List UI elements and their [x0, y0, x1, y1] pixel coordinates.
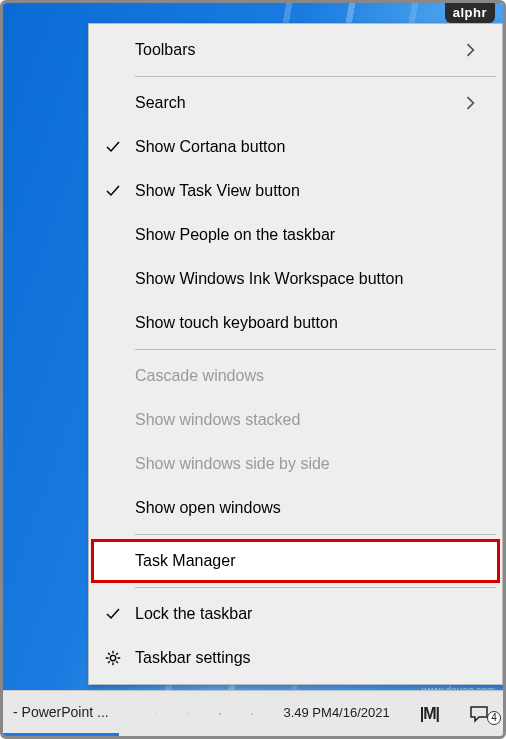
menu-show-stacked: Show windows stacked — [91, 398, 500, 442]
menu-label: Show People on the taskbar — [135, 226, 466, 244]
menu-side-by-side: Show windows side by side — [91, 442, 500, 486]
menu-toolbars[interactable]: Toolbars — [91, 28, 500, 72]
onedrive-icon[interactable] — [179, 707, 197, 721]
menu-task-manager[interactable]: Task Manager — [91, 539, 500, 583]
menu-label: Cascade windows — [135, 367, 466, 385]
tray-overflow-button[interactable] — [147, 709, 165, 719]
volume-icon[interactable] — [243, 706, 261, 722]
taskbar[interactable]: - PowerPoint ... 3.49 PM 4/16/2021 |M| — [3, 690, 503, 736]
taskbar-app-label: - PowerPoint ... — [13, 704, 109, 720]
menu-label: Show windows stacked — [135, 411, 466, 429]
watermark-alphr: alphr — [445, 3, 495, 23]
menu-label: Show Task View button — [135, 182, 466, 200]
check-icon — [91, 183, 135, 199]
gear-icon — [91, 649, 135, 667]
menu-taskbar-settings[interactable]: Taskbar settings — [91, 636, 500, 680]
notification-icon — [469, 705, 489, 723]
menu-separator — [135, 76, 496, 77]
menu-label: Show Cortana button — [135, 138, 466, 156]
menu-show-open-windows[interactable]: Show open windows — [91, 486, 500, 530]
menu-label: Lock the taskbar — [135, 605, 466, 623]
menu-lock-taskbar[interactable]: Lock the taskbar — [91, 592, 500, 636]
menu-label: Task Manager — [135, 552, 466, 570]
menu-separator — [135, 349, 496, 350]
taskbar-logo-icon[interactable]: |M| — [412, 705, 447, 723]
menu-separator — [135, 534, 496, 535]
chevron-right-icon — [466, 43, 486, 57]
check-icon — [91, 139, 135, 155]
clock-time: 3.49 PM — [283, 706, 331, 720]
menu-label: Show touch keyboard button — [135, 314, 466, 332]
menu-label: Show windows side by side — [135, 455, 466, 473]
taskbar-clock[interactable]: 3.49 PM 4/16/2021 — [275, 706, 397, 720]
chevron-right-icon — [466, 96, 486, 110]
svg-point-0 — [110, 655, 115, 660]
menu-cascade-windows: Cascade windows — [91, 354, 500, 398]
menu-show-touch-keyboard[interactable]: Show touch keyboard button — [91, 301, 500, 345]
action-center-button[interactable]: 4 — [461, 705, 497, 723]
menu-separator — [135, 587, 496, 588]
menu-label: Taskbar settings — [135, 649, 466, 667]
check-icon — [91, 606, 135, 622]
menu-show-people[interactable]: Show People on the taskbar — [91, 213, 500, 257]
menu-label: Show open windows — [135, 499, 466, 517]
menu-show-cortana[interactable]: Show Cortana button — [91, 125, 500, 169]
menu-label: Search — [135, 94, 466, 112]
menu-show-ink[interactable]: Show Windows Ink Workspace button — [91, 257, 500, 301]
chevron-up-icon — [155, 709, 157, 719]
notification-badge: 4 — [487, 711, 501, 725]
system-tray: 3.49 PM 4/16/2021 |M| 4 — [141, 705, 503, 723]
clock-date: 4/16/2021 — [332, 706, 390, 720]
battery-icon[interactable] — [211, 708, 229, 720]
menu-show-task-view[interactable]: Show Task View button — [91, 169, 500, 213]
menu-label: Show Windows Ink Workspace button — [135, 270, 466, 288]
menu-label: Toolbars — [135, 41, 466, 59]
menu-search[interactable]: Search — [91, 81, 500, 125]
taskbar-context-menu: Toolbars Search Show Cortana button S — [88, 23, 503, 685]
taskbar-app-powerpoint[interactable]: - PowerPoint ... — [3, 691, 119, 736]
